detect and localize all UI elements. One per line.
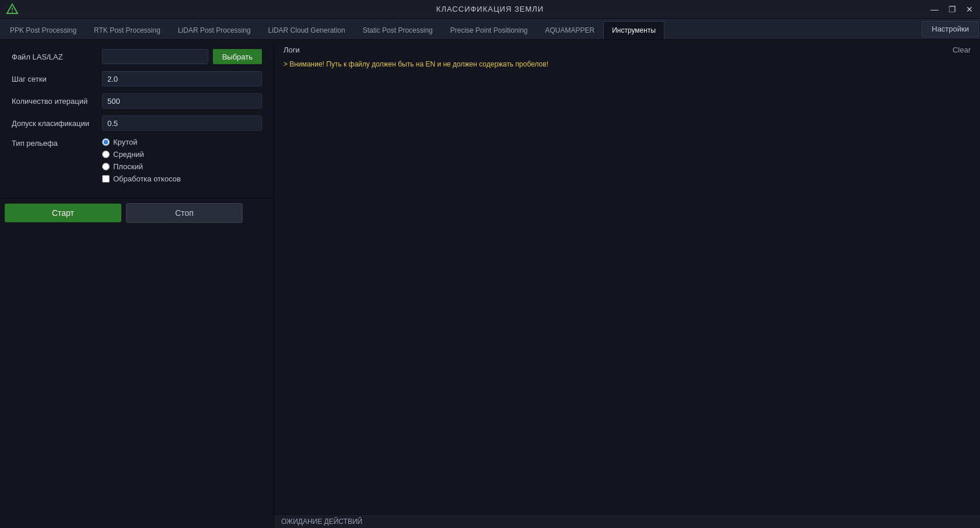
close-button[interactable]: ✕ — [961, 3, 978, 16]
titlebar: КЛАССИФИКАЦИЯ ЗЕМЛИ — ❐ ✕ — [0, 0, 980, 19]
left-panel: Файл LAS/LAZ Выбрать Шаг сетки Количеств… — [0, 40, 274, 198]
file-row: Файл LAS/LAZ Выбрать — [12, 49, 262, 64]
settings-button[interactable]: Настройки — [922, 21, 979, 37]
left-panel-wrapper: Файл LAS/LAZ Выбрать Шаг сетки Количеств… — [0, 40, 274, 528]
main-content: Файл LAS/LAZ Выбрать Шаг сетки Количеств… — [0, 40, 980, 528]
tab-aquamapper[interactable]: AQUAMAPPER — [537, 21, 604, 39]
relief-flat-label: Плоский — [113, 162, 143, 171]
relief-row: Тип рельефа Крутой Средний Плоский — [12, 138, 262, 183]
clear-button[interactable]: Clear — [953, 46, 971, 54]
relief-steep[interactable]: Крутой — [102, 138, 181, 146]
grid-step-input[interactable] — [102, 71, 262, 86]
relief-steep-label: Крутой — [113, 138, 137, 146]
window-title: КЛАССИФИКАЦИЯ ЗЕМЛИ — [436, 5, 544, 13]
right-panel: Логи Clear > Внимание! Путь к файлу долж… — [274, 40, 980, 514]
bottom-bar: Старт Стоп — [0, 198, 274, 226]
maximize-button[interactable]: ❐ — [944, 3, 960, 16]
choose-button[interactable]: Выбрать — [213, 49, 262, 64]
logs-title: Логи — [284, 46, 300, 54]
minimize-button[interactable]: — — [926, 3, 943, 16]
relief-flat-radio[interactable] — [102, 163, 110, 170]
relief-medium[interactable]: Средний — [102, 150, 181, 159]
slopes-checkbox[interactable] — [102, 175, 110, 183]
grid-step-row: Шаг сетки — [12, 71, 262, 86]
iterations-row: Количество итераций — [12, 93, 262, 109]
app-icon — [6, 3, 19, 16]
log-warning-message: > Внимание! Путь к файлу должен быть на … — [284, 59, 971, 70]
status-text: ОЖИДАНИЕ ДЕЙСТВИЙ — [281, 517, 362, 526]
logs-content: > Внимание! Путь к файлу должен быть на … — [284, 59, 971, 508]
tab-ppk[interactable]: PPK Post Processing — [1, 21, 85, 39]
tab-ppp[interactable]: Precise Point Positioning — [442, 21, 537, 39]
tab-instruments[interactable]: Инструменты — [603, 21, 664, 39]
tab-lidar-pp[interactable]: LiDAR Post Processing — [169, 21, 260, 39]
relief-medium-radio[interactable] — [102, 151, 110, 158]
tab-static[interactable]: Static Post Processing — [354, 21, 442, 39]
statusbar: ОЖИДАНИЕ ДЕЙСТВИЙ — [274, 514, 980, 528]
logs-header: Логи Clear — [284, 46, 971, 54]
tolerance-input[interactable] — [102, 116, 262, 131]
iterations-label: Количество итераций — [12, 97, 102, 106]
iterations-input[interactable] — [102, 93, 262, 109]
relief-steep-radio[interactable] — [102, 138, 110, 146]
window-controls: — ❐ ✕ — [926, 3, 978, 16]
slopes-checkbox-row[interactable]: Обработка откосов — [102, 174, 181, 183]
tolerance-row: Допуск класификации — [12, 116, 262, 131]
slopes-label: Обработка откосов — [113, 174, 181, 183]
relief-medium-label: Средний — [113, 150, 144, 159]
file-label: Файл LAS/LAZ — [12, 53, 102, 61]
start-button[interactable]: Старт — [5, 204, 121, 222]
tabbar: PPK Post Processing RTK Post Processing … — [0, 19, 980, 40]
grid-step-label: Шаг сетки — [12, 75, 102, 83]
tab-lidar-cloud[interactable]: LiDAR Cloud Generation — [260, 21, 354, 39]
tab-rtk[interactable]: RTK Post Processing — [85, 21, 169, 39]
svg-point-2 — [12, 11, 13, 12]
stop-button[interactable]: Стоп — [126, 203, 243, 223]
file-input[interactable] — [102, 49, 208, 64]
tolerance-label: Допуск класификации — [12, 119, 102, 128]
relief-flat[interactable]: Плоский — [102, 162, 181, 171]
right-panel-wrapper: Логи Clear > Внимание! Путь к файлу долж… — [274, 40, 980, 528]
relief-options: Крутой Средний Плоский Обработка откосов — [102, 138, 181, 183]
relief-label: Тип рельефа — [12, 138, 102, 148]
